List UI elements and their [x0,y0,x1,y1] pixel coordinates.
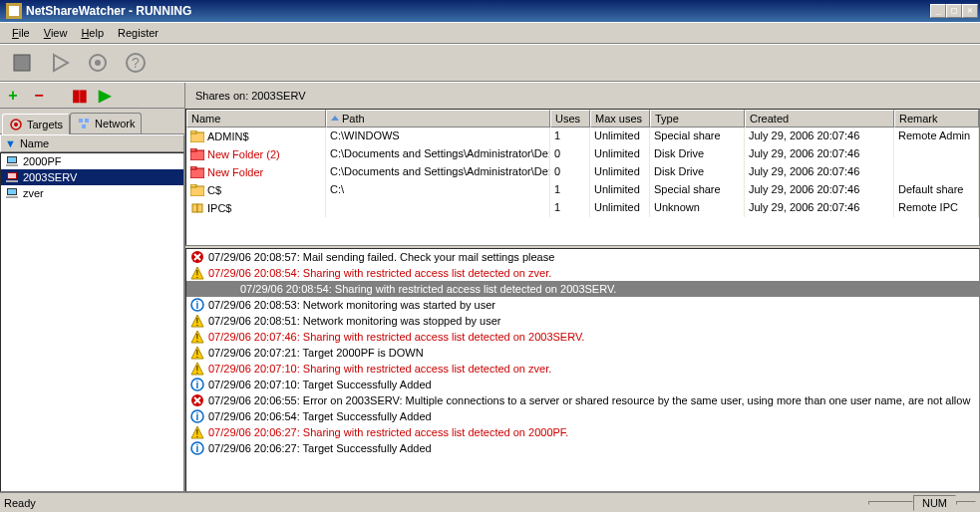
log-text: 07/29/06 20:08:51: Network monitoring wa… [208,313,501,329]
menu-view-label: iew [51,27,68,39]
error-icon [190,250,204,264]
log-row[interactable]: !07/29/06 20:06:27: Sharing with restric… [186,424,979,440]
cell-created: July 29, 2006 20:07:46 [745,128,894,145]
cell-remark: Remote Admin [894,128,979,145]
menu-help-label: elp [89,27,104,39]
error-icon [190,393,204,407]
menu-file[interactable]: File [6,25,36,41]
log-row[interactable]: !07/29/06 20:08:54: Sharing with restric… [186,265,979,281]
col-type[interactable]: Type [650,110,745,128]
col-uses[interactable]: Uses [550,110,590,128]
play-button[interactable] [46,49,74,77]
log-row[interactable]: i07/29/06 20:07:10: Target Successfully … [186,377,979,392]
tree-item[interactable]: zver [1,185,183,201]
tab-network[interactable]: Network [70,113,142,133]
log-text: 07/29/06 20:06:27: Sharing with restrict… [208,424,568,440]
settings-button[interactable] [84,49,112,77]
log-row[interactable]: i07/29/06 20:08:53: Network monitoring w… [186,297,979,313]
log-row[interactable]: i07/29/06 20:06:27: Target Successfully … [186,440,979,456]
cell-max: Unlimited [590,181,650,199]
menu-view[interactable]: View [38,25,74,41]
tree-item[interactable]: 2003SERV [1,169,183,185]
stop-button[interactable] [8,49,36,77]
warn-icon: ! [190,346,204,360]
tree-item[interactable]: 2000PF [1,153,183,169]
shares-grid[interactable]: Name Path Uses Max uses Type Created Rem… [185,109,980,246]
svg-rect-31 [192,204,197,212]
svg-rect-30 [190,184,196,187]
log-text: 07/29/06 20:06:54: Target Successfully A… [208,408,432,424]
log-row[interactable]: i07/29/06 20:06:54: Target Successfully … [186,408,979,424]
menu-register[interactable]: Register [112,25,164,41]
cell-type: Unknown [650,199,745,217]
log-row[interactable]: 07/29/06 20:08:54: Sharing with restrict… [186,281,979,297]
svg-text:i: i [196,443,199,454]
cell-created: July 29, 2006 20:07:46 [745,181,894,199]
tree-header[interactable]: ▼ Name [0,134,184,152]
maximize-button[interactable]: □ [946,4,962,18]
cell-remark: Default share [894,181,979,199]
folder-icon [190,201,204,215]
tree-item-label: zver [23,187,44,199]
table-row[interactable]: C$C:\1UnlimitedSpecial shareJuly 29, 200… [186,181,979,199]
folder-icon [190,183,204,197]
svg-rect-12 [82,125,86,128]
cell-uses: 0 [550,163,590,181]
col-remark[interactable]: Remark [894,110,979,128]
col-name[interactable]: Name [186,110,326,128]
table-row[interactable]: New FolderC:\Documents and Settings\Admi… [186,163,979,181]
info-icon: i [190,298,204,312]
minimize-button[interactable]: _ [930,4,946,18]
log-text: 07/29/06 20:07:10: Target Successfully A… [208,377,432,392]
cell-type: Disk Drive [650,163,745,181]
target-tree[interactable]: 2000PF2003SERVzver [0,152,184,492]
cell-remark [894,145,979,163]
table-row[interactable]: IPC$1UnlimitedUnknownJuly 29, 2006 20:07… [186,199,979,217]
log-text: 07/29/06 20:06:55: Error on 2003SERV: Mu… [208,392,970,408]
cell-remark [894,163,979,181]
log-row[interactable]: 07/29/06 20:06:55: Error on 2003SERV: Mu… [186,392,979,408]
cell-path: C:\WINDOWS [326,128,550,145]
cell-name: New Folder (2) [207,148,280,160]
menu-help[interactable]: Help [75,25,110,41]
app-icon [6,3,22,19]
info-icon: i [190,409,204,423]
warn-icon: ! [190,425,204,439]
cell-name: New Folder [207,166,263,178]
svg-text:i: i [196,300,199,311]
table-row[interactable]: New Folder (2)C:\Documents and Settings\… [186,145,979,163]
help-button[interactable]: ? [122,49,150,77]
log-row[interactable]: !07/29/06 20:07:10: Sharing with restric… [186,361,979,377]
log-row[interactable]: !07/29/06 20:07:46: Sharing with restric… [186,329,979,345]
table-row[interactable]: ADMIN$C:\WINDOWS1UnlimitedSpecial shareJ… [186,128,979,145]
cell-max: Unlimited [590,199,650,217]
add-target-button[interactable]: + [4,87,22,105]
remove-target-button[interactable]: − [30,87,48,105]
cell-type: Special share [650,128,745,145]
tab-targets[interactable]: Targets [2,114,70,134]
log-panel[interactable]: 07/29/06 20:08:57: Mail sending failed. … [185,248,980,492]
svg-rect-11 [85,119,89,123]
close-button[interactable]: ✕ [962,4,978,18]
col-created[interactable]: Created [745,110,894,128]
log-row[interactable]: !07/29/06 20:07:21: Target 2000PF is DOW… [186,345,979,361]
log-text: 07/29/06 20:08:57: Mail sending failed. … [208,249,554,265]
svg-marker-22 [331,116,339,121]
cell-created: July 29, 2006 20:07:46 [745,199,894,217]
run-button[interactable]: ▶ [96,86,114,105]
status-num: NUM [913,495,956,511]
log-row[interactable]: 07/29/06 20:08:57: Mail sending failed. … [186,249,979,265]
svg-point-9 [14,123,18,127]
col-maxuses[interactable]: Max uses [590,110,650,128]
svg-rect-1 [9,6,19,16]
svg-rect-2 [14,55,30,71]
log-text: 07/29/06 20:06:27: Target Successfully A… [208,440,432,456]
folder-icon [190,147,204,161]
svg-rect-26 [190,148,196,151]
computer-icon [5,154,19,168]
log-row[interactable]: !07/29/06 20:08:51: Network monitoring w… [186,313,979,329]
pause-button[interactable]: ▮▮ [70,86,88,105]
info-icon: i [190,441,204,455]
col-path[interactable]: Path [326,110,550,128]
log-text: 07/29/06 20:08:54: Sharing with restrict… [240,281,616,297]
